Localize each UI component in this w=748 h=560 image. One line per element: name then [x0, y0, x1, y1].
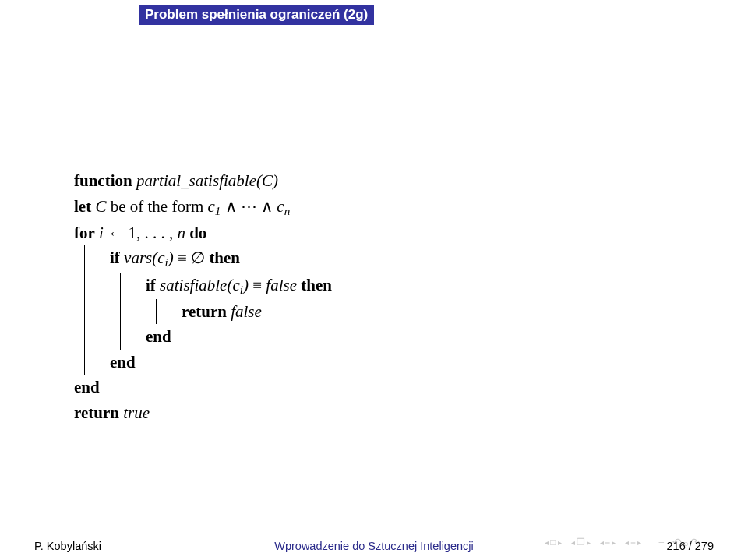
- false-lit-1: false: [266, 276, 297, 294]
- pc2: ): [243, 276, 249, 294]
- c1: c: [207, 197, 214, 216]
- range-text: 1, . . . ,: [128, 224, 177, 242]
- false-lit-2: false: [231, 302, 262, 321]
- algo-line-4: if vars(ci) ≡ ∅ then: [110, 245, 332, 272]
- algorithm-block: function partial_satisfiable(C) let C be…: [74, 168, 701, 425]
- keyword-end-2: end: [110, 353, 136, 372]
- slide: Problem spełnienia ograniczeń (2g) funct…: [0, 0, 748, 560]
- equiv: ≡: [252, 276, 266, 294]
- keyword-end-1: end: [146, 327, 171, 346]
- paren-close: ): [273, 171, 278, 190]
- var-C: C: [95, 197, 106, 216]
- func-arg: C: [262, 171, 273, 190]
- keyword-then-2: then: [301, 276, 332, 294]
- if1-body: if satisfiable(ci) ≡ false then: [110, 273, 332, 350]
- algo-line-9: end: [74, 375, 701, 400]
- equiv-empty: ≡ ∅: [178, 248, 209, 267]
- slide-title: Problem spełnienia ograniczeń (2g): [139, 5, 374, 25]
- algo-line-6: return false: [182, 299, 262, 325]
- conj-dots: ∧ ⋯ ∧: [225, 197, 277, 216]
- ci: c: [157, 248, 164, 267]
- algo-line-1: function partial_satisfiable(C): [74, 168, 701, 194]
- keyword-let: let: [74, 197, 91, 216]
- algo-line-7: end: [146, 324, 332, 350]
- keyword-return-2: return: [74, 403, 119, 422]
- var-n: n: [177, 224, 185, 242]
- text-be-of-form: be of the form: [111, 197, 204, 216]
- rule-bar-2: [120, 273, 121, 350]
- pc: ): [168, 248, 174, 267]
- true-lit: true: [123, 403, 150, 422]
- rule-bar-3: [156, 299, 157, 325]
- algo-line-2: let C be of the form c1 ∧ ⋯ ∧ cn: [74, 194, 701, 220]
- algo-line-5: if satisfiable(ci) ≡ false then: [146, 273, 332, 299]
- algo-line-3: for i ← 1, . . . , n do: [74, 220, 701, 246]
- rule-bar-1: [84, 245, 85, 375]
- footer-author: P. Kobylański: [34, 540, 101, 552]
- keyword-if-1: if: [110, 248, 120, 267]
- footer: P. Kobylański Wprowadzenie do Sztucznej …: [0, 540, 748, 552]
- var-i: i: [99, 224, 104, 242]
- sub-1: 1: [215, 204, 221, 217]
- sub-n: n: [284, 204, 291, 217]
- satisfiable-fn: satisfiable: [160, 276, 227, 294]
- cn: c: [277, 197, 284, 216]
- if2-body: return false: [146, 299, 332, 325]
- func-name: partial_satisfiable: [136, 171, 256, 190]
- algo-line-8: end: [110, 350, 332, 375]
- keyword-end-3: end: [74, 378, 100, 396]
- algo-line-10: return true: [74, 400, 701, 426]
- keyword-function: function: [74, 171, 132, 190]
- keyword-do: do: [189, 224, 206, 242]
- paren-open: (: [256, 171, 262, 190]
- keyword-for: for: [74, 224, 95, 242]
- left-arrow: ←: [108, 224, 128, 242]
- footer-pages: 216 / 279: [667, 540, 714, 552]
- ci2: c: [232, 276, 239, 294]
- keyword-if-2: if: [146, 276, 156, 294]
- vars-fn: vars: [124, 248, 152, 267]
- keyword-then-1: then: [209, 248, 240, 267]
- footer-title: Wprowadzenie do Sztucznej Inteligencji: [274, 540, 474, 552]
- keyword-return-1: return: [182, 302, 227, 321]
- for-body: if vars(ci) ≡ ∅ then if satisfiable: [74, 245, 701, 375]
